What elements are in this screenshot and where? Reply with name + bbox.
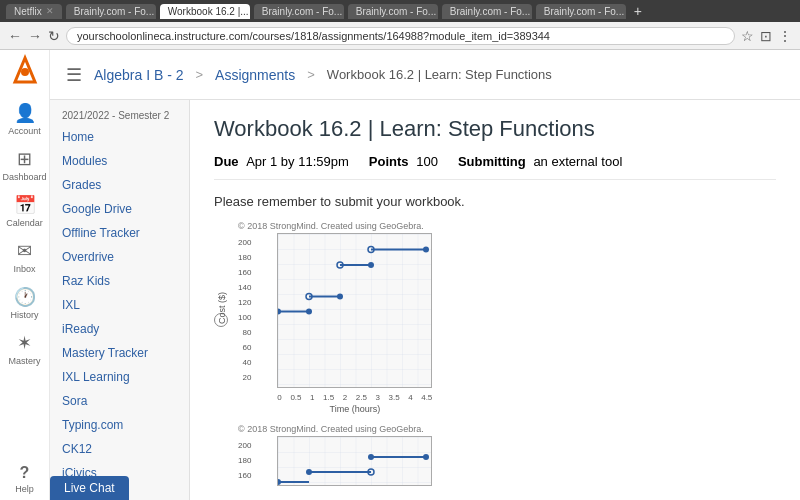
new-tab-button[interactable]: + [630,3,646,19]
chart1-plot: 0 0.5 1 1.5 2 2.5 3 3.5 4 4.5 [277,233,432,414]
sidebar-item-home[interactable]: Home [50,125,189,149]
nav-history[interactable]: 🕐 History [0,280,49,326]
points-value: 100 [416,154,438,169]
breadcrumb-sep2: > [307,67,315,82]
nav-mastery[interactable]: ✶ Mastery [0,326,49,372]
chart1-y-label: Cost ($) [217,292,227,324]
extensions-icon[interactable]: ⊡ [760,28,772,44]
svg-point-1 [21,68,29,76]
url-input[interactable]: yourschoolonlineca.instructure.com/cours… [66,27,735,45]
due-value: Apr 1 by 11:59pm [246,154,349,169]
breadcrumb-assignments[interactable]: Assignments [215,67,295,83]
tab-netflix[interactable]: Netflix ✕ [6,4,62,19]
sidebar-item-razkids[interactable]: Raz Kids [50,269,189,293]
reload-button[interactable]: ↻ [48,28,60,44]
svg-point-17 [306,469,312,475]
mastery-icon: ✶ [17,332,32,354]
sidebar-item-iready[interactable]: iReady [50,317,189,341]
calendar-icon: 📅 [14,194,36,216]
svg-rect-15 [278,437,432,486]
chart1-credit: © 2018 StrongMind. Created using GeoGebr… [238,221,432,231]
svg-point-14 [423,247,429,253]
tab-brainly1[interactable]: Brainly.com - Fo... ✕ [66,4,156,19]
history-icon: 🕐 [14,286,36,308]
tab-brainly5[interactable]: Brainly.com - Fo... ✕ [536,4,626,19]
tab-workbook-active[interactable]: Workbook 16.2 |... ✕ [160,4,250,19]
top-bar: ☰ Algebra I B - 2 > Assignments > Workbo… [50,50,800,100]
menu-icon[interactable]: ⋮ [778,28,792,44]
forward-button[interactable]: → [28,28,42,44]
sidebar-item-modules[interactable]: Modules [50,149,189,173]
svg-point-20 [368,454,374,460]
browser-tab-bar: Netflix ✕ Brainly.com - Fo... ✕ Workbook… [0,0,800,22]
nav-calendar[interactable]: 📅 Calendar [0,188,49,234]
tab-brainly3[interactable]: Brainly.com - Fo... ✕ [348,4,438,19]
nav-dashboard[interactable]: ⊞ Dashboard [0,142,49,188]
back-button[interactable]: ← [8,28,22,44]
svg-point-5 [306,309,312,315]
main-content: Workbook 16.2 | Learn: Step Functions Du… [190,100,800,500]
breadcrumb-current: Workbook 16.2 | Learn: Step Functions [327,67,552,82]
sidebar-item-ixl[interactable]: IXL [50,293,189,317]
sidebar-item-typingcom[interactable]: Typing.com [50,413,189,437]
sidebar-item-masterytracker[interactable]: Mastery Tracker [50,341,189,365]
submitting-label: Submitting [458,154,526,169]
tab-brainly4[interactable]: Brainly.com - Fo... ✕ [442,4,532,19]
breadcrumb-sep1: > [196,67,204,82]
due-label: Due [214,154,239,169]
hamburger-menu[interactable]: ☰ [66,64,82,86]
nav-inbox[interactable]: ✉ Inbox [0,234,49,280]
account-icon: 👤 [14,102,36,124]
tab-close[interactable]: ✕ [46,6,54,16]
sidebar-item-overdrive[interactable]: Overdrive [50,245,189,269]
canvas-logo [7,54,43,90]
chart2-container: © 2018 StrongMind. Created using GeoGebr… [238,424,432,489]
sidebar: 2021/2022 - Semester 2 Home Modules Grad… [50,100,190,500]
sidebar-item-googledrive[interactable]: Google Drive [50,197,189,221]
chart2-plot [277,436,432,489]
sidebar-semester: 2021/2022 - Semester 2 [50,104,189,125]
svg-point-11 [368,262,374,268]
content-wrapper: 2021/2022 - Semester 2 Home Modules Grad… [50,100,800,500]
bookmark-icon[interactable]: ☆ [741,28,754,44]
help-icon: ? [20,464,30,482]
submitting-value: an external tool [533,154,622,169]
svg-point-21 [423,454,429,460]
tab-brainly2[interactable]: Brainly.com - Fo... ✕ [254,4,344,19]
dashboard-icon: ⊞ [17,148,32,170]
address-bar: ← → ↻ yourschoolonlineca.instructure.com… [0,22,800,50]
submit-note: Please remember to submit your workbook. [214,194,776,209]
live-chat-label: Live Chat [64,481,115,495]
breadcrumb-course[interactable]: Algebra I B - 2 [94,67,184,83]
sidebar-item-sora[interactable]: Sora [50,389,189,413]
live-chat-button[interactable]: Live Chat [50,476,129,500]
assignment-meta: Due Apr 1 by 11:59pm Points 100 Submitti… [214,154,776,180]
browser-toolbar: ☆ ⊡ ⋮ [741,28,792,44]
page-title: Workbook 16.2 | Learn: Step Functions [214,116,776,142]
sidebar-item-ck12[interactable]: CK12 [50,437,189,461]
nav-account[interactable]: 👤 Account [0,96,49,142]
chart2-credit: © 2018 StrongMind. Created using GeoGebr… [238,424,432,434]
chart1-container: © 2018 StrongMind. Created using GeoGebr… [238,221,432,414]
left-nav: 👤 Account ⊞ Dashboard 📅 Calendar ✉ Inbox… [0,50,50,500]
sidebar-item-ixllearning[interactable]: IXL Learning [50,365,189,389]
app-container: 👤 Account ⊞ Dashboard 📅 Calendar ✉ Inbox… [0,50,800,500]
chart1-x-label: Time (hours) [277,404,432,414]
sidebar-item-grades[interactable]: Grades [50,173,189,197]
inbox-icon: ✉ [17,240,32,262]
points-label: Points [369,154,409,169]
svg-point-8 [337,294,343,300]
nav-help[interactable]: ? Help [0,458,49,500]
sidebar-item-offlinetracker[interactable]: Offline Tracker [50,221,189,245]
